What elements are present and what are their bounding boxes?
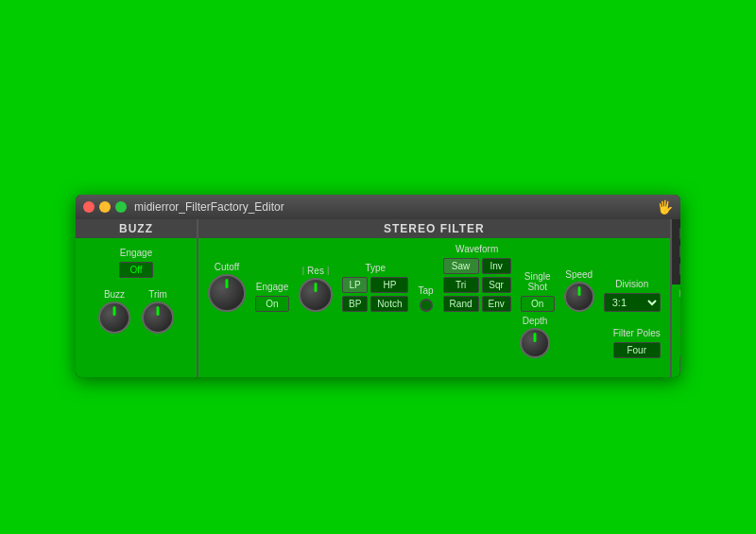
waveform-tri[interactable]: Tri <box>443 277 479 293</box>
stereo-header: STEREO FILTER <box>198 219 670 238</box>
buzz-knob-group: Buzz <box>98 289 130 334</box>
waveform-sqr[interactable]: Sqr <box>482 277 511 293</box>
cutoff-group: Cutoff <box>208 262 246 312</box>
type-bp[interactable]: BP <box>342 296 368 312</box>
stereo-section: STEREO FILTER Cutoff Engage On | R <box>198 219 672 378</box>
plugin-window: midierror_FilterFactory_Editor 🖐 BUZZ En… <box>76 195 680 378</box>
type-lp[interactable]: LP <box>342 277 368 293</box>
division-group: Division 1:1 2:1 3:1 4:1 6:1 8:1 <box>604 279 661 312</box>
cutoff-knob[interactable] <box>208 274 246 312</box>
waveform-env[interactable]: Env <box>482 296 511 312</box>
buzz-knob[interactable] <box>98 301 130 334</box>
res-min-indicator: | <box>302 266 304 275</box>
cutoff-label: Cutoff <box>215 262 240 272</box>
main-content: BUZZ Engage Off Buzz Trim <box>76 219 680 378</box>
depth-knob[interactable] <box>520 328 550 358</box>
close-button[interactable] <box>83 201 94 213</box>
filter-poles-group: Filter Poles Four <box>613 328 661 358</box>
hand-icon: 🖐 <box>657 199 673 215</box>
speed-knob[interactable] <box>564 282 594 312</box>
filter-poles-label: Filter Poles <box>613 328 661 338</box>
res-max-indicator: | <box>327 266 329 275</box>
tap-button[interactable] <box>420 299 433 312</box>
tap-group: Tap <box>418 285 433 312</box>
engage-toggle[interactable]: On <box>255 296 289 312</box>
speed-group: Speed <box>564 269 594 312</box>
buzz-section: BUZZ Engage Off Buzz Trim <box>76 219 198 378</box>
waveform-saw[interactable]: Saw <box>443 258 479 274</box>
window-title: midierror_FilterFactory_Editor <box>134 200 649 214</box>
res-knob[interactable] <box>299 278 333 312</box>
traffic-lights <box>83 201 127 213</box>
division-select[interactable]: 1:1 2:1 3:1 4:1 6:1 8:1 <box>604 293 661 312</box>
support-button[interactable]: Support <box>679 355 680 373</box>
trim-knob[interactable] <box>142 301 174 334</box>
type-notch[interactable]: Notch <box>370 296 408 312</box>
res-group: | Res | <box>299 266 333 312</box>
type-buttons: LP HP BP Notch <box>342 277 408 312</box>
buzz-engage-label: Engage <box>120 248 152 258</box>
tap-label: Tap <box>418 285 433 296</box>
buzz-knobs: Buzz Trim <box>85 289 187 334</box>
electrix-controls: Mix By <box>672 300 680 352</box>
buzz-inner: Engage Off Buzz Trim <box>76 238 197 343</box>
electrix-subtitle: programmed by <box>672 284 680 300</box>
buzz-engage-toggle[interactable]: Off <box>119 262 153 278</box>
type-hp[interactable]: HP <box>370 277 408 293</box>
trim-knob-group: Trim <box>142 289 174 334</box>
electrix-header: ELECTRIX FILTER FAC <box>672 219 680 285</box>
trim-knob-label: Trim <box>148 289 167 300</box>
division-label: Division <box>604 279 661 289</box>
type-group: Type LP HP BP Notch <box>342 263 408 312</box>
mix-knob-group: Mix <box>679 307 680 344</box>
electrix-section: ELECTRIX FILTER FAC programmed by Mix By… <box>672 219 680 378</box>
type-label: Type <box>342 263 408 273</box>
mix-knob[interactable] <box>679 319 680 344</box>
waveform-rand[interactable]: Rand <box>443 296 479 312</box>
waveform-group: Waveform Saw Inv Tri Sqr Rand Env <box>443 244 511 312</box>
single-shot-group: Single Shot On <box>521 271 555 312</box>
speed-label: Speed <box>565 269 593 280</box>
title-bar: midierror_FilterFactory_Editor 🖐 <box>76 195 680 219</box>
single-shot-toggle[interactable]: On <box>521 296 555 312</box>
waveform-buttons: Saw Inv Tri Sqr Rand Env <box>443 258 511 312</box>
filter-poles-button[interactable]: Four <box>613 342 661 358</box>
maximize-button[interactable] <box>115 201 127 213</box>
minimize-button[interactable] <box>99 201 111 213</box>
electrix-title-line1: ELECTRIX <box>679 225 680 243</box>
engage-group: Engage On <box>255 282 289 312</box>
depth-label: Depth <box>523 316 548 326</box>
buzz-knob-label: Buzz <box>104 289 125 300</box>
buzz-engage-group: Engage Off <box>85 248 187 278</box>
buzz-header: BUZZ <box>76 219 197 238</box>
electrix-title-line2: FILTER FAC <box>679 243 680 279</box>
waveform-label: Waveform <box>443 244 511 254</box>
engage-label: Engage <box>256 282 288 292</box>
res-label: Res <box>307 266 324 276</box>
depth-group: Depth <box>520 316 550 358</box>
waveform-inv[interactable]: Inv <box>482 258 511 274</box>
single-shot-label: Single Shot <box>521 271 555 292</box>
